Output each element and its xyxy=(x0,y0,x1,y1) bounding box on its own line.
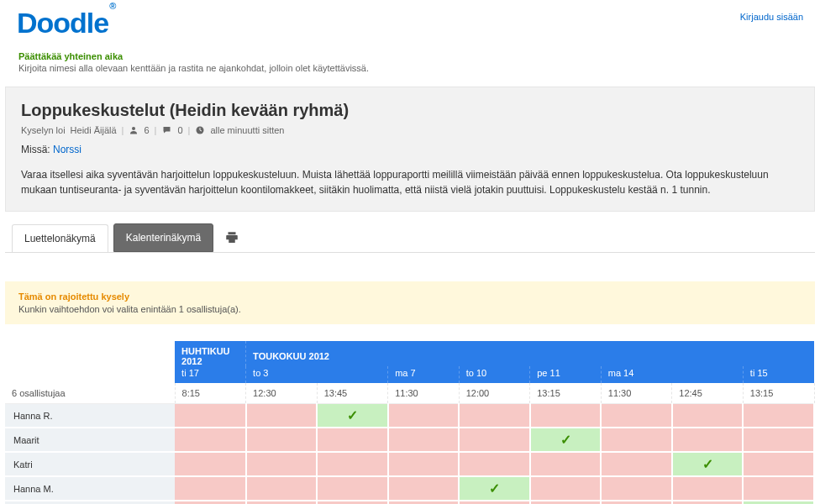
vote-no-cell[interactable] xyxy=(601,428,672,452)
vote-no-cell[interactable] xyxy=(175,476,246,501)
vote-no-cell[interactable] xyxy=(601,452,672,476)
vote-no-cell[interactable] xyxy=(601,404,672,428)
vote-no-cell[interactable] xyxy=(672,476,744,501)
vote-no-cell[interactable] xyxy=(459,501,530,504)
vote-no-cell[interactable] xyxy=(388,476,460,501)
tab-list-view[interactable]: Luettelonäkymä xyxy=(12,224,108,252)
clock-icon xyxy=(195,125,205,135)
time-header: 11:30 xyxy=(388,383,460,404)
day-header: ti 17 xyxy=(175,366,246,383)
brand-logo[interactable]: Doodle® xyxy=(17,7,114,39)
day-header: pe 11 xyxy=(530,366,602,383)
vote-no-cell[interactable] xyxy=(246,404,318,428)
time-ago: alle minuutti sitten xyxy=(210,125,284,135)
svg-point-0 xyxy=(132,127,135,130)
vote-no-cell[interactable] xyxy=(459,452,530,476)
poll-panel: Loppukeskustelut (Heidin kevään ryhmä) K… xyxy=(5,87,815,212)
day-header: ti 15 xyxy=(743,366,814,383)
vote-yes-cell[interactable]: ✓ xyxy=(743,501,814,504)
vote-no-cell[interactable] xyxy=(175,452,246,476)
poll-meta: Kyselyn loi Heidi Äijälä | 6 | 0 | alle … xyxy=(21,125,799,135)
participant-name: Hanna R. xyxy=(5,404,175,428)
check-icon: ✓ xyxy=(560,433,571,447)
tab-calendar-view[interactable]: Kalenterinäkymä xyxy=(113,223,213,252)
poll-description: Varaa itsellesi aika syventävän harjoitt… xyxy=(21,167,777,197)
vote-no-cell[interactable] xyxy=(175,428,246,452)
time-header: 13:15 xyxy=(530,383,602,404)
time-header: 13:45 xyxy=(317,383,388,404)
vote-no-cell[interactable] xyxy=(317,476,388,501)
vote-no-cell[interactable] xyxy=(530,476,602,501)
brand-reg: ® xyxy=(109,1,115,11)
vote-no-cell[interactable] xyxy=(388,452,460,476)
vote-yes-cell[interactable]: ✓ xyxy=(530,428,602,452)
poll-title: Loppukeskustelut (Heidin kevään ryhmä) xyxy=(21,101,799,120)
vote-no-cell[interactable] xyxy=(743,404,814,428)
participant-count: 6 xyxy=(144,125,149,135)
day-header: ma 14 xyxy=(601,366,743,383)
participant-name: Saara P. xyxy=(5,501,175,504)
vote-no-cell[interactable] xyxy=(743,428,814,452)
vote-no-cell[interactable] xyxy=(601,476,672,501)
print-icon[interactable] xyxy=(223,230,240,245)
time-header: 12:30 xyxy=(246,383,318,404)
vote-no-cell[interactable] xyxy=(388,404,460,428)
vote-no-cell[interactable] xyxy=(530,452,602,476)
limited-poll-warning: Tämä on rajoitettu kysely Kunkin vaihtoe… xyxy=(5,281,815,324)
time-header: 12:00 xyxy=(459,383,530,404)
vote-no-cell[interactable] xyxy=(317,501,388,504)
login-link[interactable]: Kirjaudu sisään xyxy=(740,12,803,22)
time-header: 8:15 xyxy=(175,383,246,404)
day-header: ma 7 xyxy=(388,366,460,383)
vote-no-cell[interactable] xyxy=(672,428,744,452)
vote-no-cell[interactable] xyxy=(246,501,318,504)
vote-no-cell[interactable] xyxy=(317,428,388,452)
check-icon: ✓ xyxy=(489,481,500,496)
poll-table: HUHTIKUU 2012TOUKOKUU 2012 ti 17to 3ma 7… xyxy=(5,341,815,504)
where-link[interactable]: Norssi xyxy=(53,144,81,155)
vote-no-cell[interactable] xyxy=(743,452,814,476)
vote-no-cell[interactable] xyxy=(246,452,318,476)
vote-no-cell[interactable] xyxy=(601,501,672,504)
vote-no-cell[interactable] xyxy=(246,428,318,452)
vote-no-cell[interactable] xyxy=(743,476,814,501)
vote-no-cell[interactable] xyxy=(317,452,388,476)
intro-sub: Kirjoita nimesi alla olevaan kenttään ja… xyxy=(18,63,802,73)
table-row: Hanna M.✓ xyxy=(5,476,814,501)
vote-yes-cell[interactable]: ✓ xyxy=(672,452,744,476)
intro-title: Päättäkää yhteinen aika xyxy=(18,51,802,61)
comment-count: 0 xyxy=(177,125,182,135)
vote-no-cell[interactable] xyxy=(459,428,530,452)
time-header: 12:45 xyxy=(672,383,744,404)
month-header: HUHTIKUU 2012 xyxy=(175,341,246,366)
day-header: to 3 xyxy=(246,366,388,383)
day-header: to 10 xyxy=(459,366,530,383)
vote-no-cell[interactable] xyxy=(175,404,246,428)
vote-no-cell[interactable] xyxy=(672,501,744,504)
participant-name: Hanna M. xyxy=(5,476,175,501)
vote-no-cell[interactable] xyxy=(388,428,460,452)
warning-sub: Kunkin vaihtoehdon voi valita enintään 1… xyxy=(18,304,802,314)
participant-name: Katri xyxy=(5,452,175,476)
participant-name: Maarit xyxy=(5,428,175,452)
comment-icon xyxy=(161,125,172,135)
person-icon xyxy=(129,125,139,135)
table-row: Katri✓ xyxy=(5,452,814,476)
vote-yes-cell[interactable]: ✓ xyxy=(459,476,530,501)
table-row: Maarit✓ xyxy=(5,428,814,452)
vote-no-cell[interactable] xyxy=(175,501,246,504)
vote-no-cell[interactable] xyxy=(530,501,602,504)
table-row: Hanna R.✓ xyxy=(5,404,814,428)
vote-no-cell[interactable] xyxy=(459,404,530,428)
month-header: TOUKOKUU 2012 xyxy=(246,341,814,366)
table-row: Saara P.✓ xyxy=(5,501,814,504)
check-icon: ✓ xyxy=(347,408,358,423)
vote-no-cell[interactable] xyxy=(246,476,318,501)
vote-no-cell[interactable] xyxy=(530,404,602,428)
created-by-prefix: Kyselyn loi xyxy=(21,125,66,135)
warning-title: Tämä on rajoitettu kysely xyxy=(18,291,802,302)
vote-no-cell[interactable] xyxy=(388,501,460,504)
vote-no-cell[interactable] xyxy=(672,404,744,428)
vote-yes-cell[interactable]: ✓ xyxy=(317,404,388,428)
poll-where: Missä: Norssi xyxy=(21,144,799,155)
